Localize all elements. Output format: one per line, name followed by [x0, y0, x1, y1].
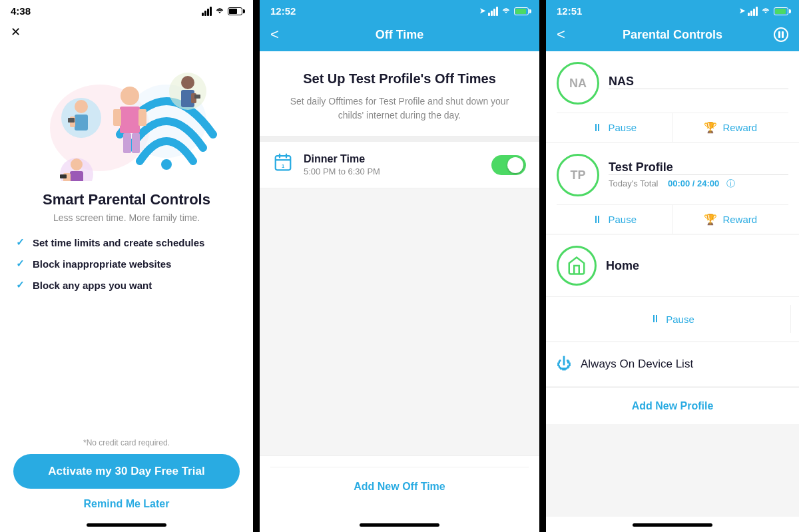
calendar-icon: 1 [273, 152, 293, 177]
svg-rect-12 [123, 133, 131, 153]
feature-text-1: Set time limits and create schedules [33, 237, 204, 248]
features-list: ✓ Set time limits and create schedules ✓… [0, 223, 253, 304]
hero-title: Smart Parental Controls [43, 191, 210, 208]
status-bar-2: 12:52 ➤ [260, 0, 539, 19]
status-icons-2: ➤ [479, 7, 529, 16]
always-on-text: Always On Device List [581, 358, 693, 371]
add-new-off-time-btn[interactable]: Add New Off Time [270, 467, 529, 506]
tp-pause-btn[interactable]: ⏸ Pause [557, 205, 673, 234]
feature-text-2: Block inappropriate websites [33, 258, 171, 270]
panel-2: 12:52 ➤ < Off Time Set Up Test Profile's… [260, 0, 539, 532]
svg-point-2 [161, 159, 172, 170]
svg-rect-10 [113, 109, 121, 126]
app-header-3: < Parental Controls [546, 19, 799, 51]
feature-text-3: Block any apps you want [33, 280, 152, 291]
nas-pause-label: Pause [608, 122, 637, 133]
schedule-time: 5:00 PM to 6:30 PM [304, 166, 481, 176]
off-time-intro: Set Up Test Profile's Off Times Set dail… [260, 51, 539, 136]
home-pause-btn[interactable]: ⏸ Pause [554, 305, 791, 333]
wifi-icon-2 [501, 7, 511, 15]
tp-name: Test Profile [609, 160, 788, 174]
signal-icon-2 [488, 7, 498, 16]
reward-icon-nas: 🏆 [704, 121, 717, 134]
nas-divider [609, 89, 788, 89]
feature-item-2: ✓ Block inappropriate websites [16, 258, 237, 270]
home-avatar [557, 246, 597, 286]
hero-illustration [33, 51, 220, 184]
location-icon-3: ➤ [739, 7, 745, 15]
schedule-name: Dinner Time [304, 153, 481, 165]
hero-section: Smart Parental Controls Less screen time… [0, 45, 253, 223]
off-time-desc: Set daily Offtimes for Test Profile and … [280, 95, 519, 123]
schedule-info: Dinner Time 5:00 PM to 6:30 PM [304, 153, 481, 176]
svg-point-15 [181, 76, 194, 89]
wifi-icon-3 [760, 7, 771, 15]
home-profile-card: Home ⏸ Pause [546, 235, 799, 341]
add-new-profile-btn[interactable]: Add New Profile [546, 388, 799, 424]
svg-point-20 [71, 158, 83, 170]
remind-later-link[interactable]: Remind Me Later [84, 498, 170, 510]
check-icon-1: ✓ [16, 236, 25, 248]
svg-rect-5 [75, 115, 88, 131]
svg-rect-13 [132, 133, 140, 153]
panel-1: 4:38 ✕ [0, 0, 253, 532]
status-bar-3: 12:51 ➤ [546, 0, 799, 19]
status-bar-1: 4:38 [0, 0, 253, 19]
home-actions: ⏸ Pause [546, 296, 799, 341]
home-indicator-2 [360, 523, 439, 527]
no-card-text: *No credit card required. [83, 438, 170, 447]
back-button-2[interactable]: < [270, 26, 290, 43]
nas-reward-btn[interactable]: 🏆 Reward [673, 113, 789, 142]
check-icon-3: ✓ [16, 279, 25, 291]
illustration-svg [33, 55, 220, 181]
tp-reward-label: Reward [722, 214, 757, 225]
signal-icon-3 [748, 7, 758, 16]
schedule-item[interactable]: 1 Dinner Time 5:00 PM to 6:30 PM [260, 142, 539, 188]
pause-icon-tp: ⏸ [592, 214, 603, 226]
header-title-2: Off Time [290, 28, 509, 42]
off-time-title: Set Up Test Profile's Off Times [280, 71, 519, 87]
tp-pause-label: Pause [608, 214, 637, 225]
tp-info: Test Profile Today's Total 00:00 / 24:00… [609, 160, 788, 190]
location-icon-2: ➤ [479, 7, 485, 15]
always-on-section[interactable]: ⏻ Always On Device List [546, 342, 799, 386]
nas-profile-top: NA NAS [557, 62, 788, 113]
nas-actions: ⏸ Pause 🏆 Reward [557, 113, 788, 142]
feature-item-3: ✓ Block any apps you want [16, 279, 237, 291]
home-pause-label: Pause [666, 314, 694, 325]
time-3: 12:51 [557, 5, 582, 17]
wifi-icon-1 [214, 7, 225, 15]
back-button-3[interactable]: < [557, 26, 577, 43]
time-1: 4:38 [11, 5, 31, 17]
nas-pause-btn[interactable]: ⏸ Pause [557, 113, 673, 142]
signal-icon-1 [202, 7, 212, 16]
trial-button[interactable]: Activate my 30 Day Free Trial [13, 454, 240, 489]
home-indicator-1 [87, 523, 166, 527]
panel2-body: Set Up Test Profile's Off Times Set dail… [260, 51, 539, 455]
trial-section: *No credit card required. Activate my 30… [0, 425, 253, 517]
panel-3: 12:51 ➤ < Parental Controls NA [546, 0, 799, 532]
home-name: Home [606, 259, 639, 273]
svg-point-8 [121, 87, 139, 105]
home-profile-top: Home [546, 235, 799, 296]
tp-reward-btn[interactable]: 🏆 Reward [673, 205, 789, 234]
home-indicator-3 [633, 523, 712, 527]
tp-initials: TP [570, 168, 585, 182]
svg-rect-21 [70, 171, 83, 181]
schedule-divider [260, 136, 539, 142]
status-icons-3: ➤ [739, 7, 788, 16]
header-right-3 [768, 27, 788, 42]
nas-avatar: NA [557, 62, 599, 105]
nas-info: NAS [609, 75, 788, 92]
svg-text:1: 1 [282, 163, 284, 169]
pause-header-icon[interactable] [774, 27, 788, 42]
tp-stats: Today's Total 00:00 / 24:00 ⓘ [609, 178, 788, 190]
toggle-switch[interactable] [491, 155, 526, 175]
close-button[interactable]: ✕ [11, 25, 21, 39]
nas-initials: NA [569, 77, 587, 91]
hero-subtitle: Less screen time. More family time. [53, 212, 200, 223]
power-icon: ⏻ [557, 356, 571, 373]
pause-icon-home: ⏸ [650, 313, 661, 325]
pause-icon-nas: ⏸ [592, 122, 603, 134]
svg-rect-11 [138, 109, 146, 126]
